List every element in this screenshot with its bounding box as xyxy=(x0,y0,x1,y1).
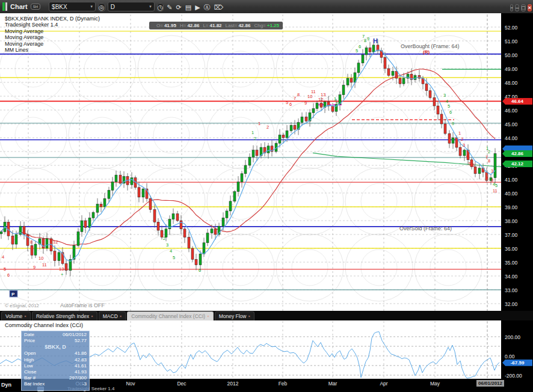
svg-text:6: 6 xyxy=(289,102,292,107)
svg-text:5: 5 xyxy=(356,48,358,54)
price-tick-label: 44.00 xyxy=(505,135,517,141)
quote-label: Last= xyxy=(226,23,238,28)
svg-text:13: 13 xyxy=(59,266,64,272)
cci-tick-label: -200.00 xyxy=(505,373,522,379)
quote-window-button[interactable]: ▤ xyxy=(185,3,192,11)
svg-text:2: 2 xyxy=(461,136,463,142)
price-tick-label: 46.00 xyxy=(505,108,517,114)
tab-money-flow[interactable]: Money Flow× xyxy=(215,311,254,320)
legend-study[interactable]: Tradesight Seeker 1.4 xyxy=(5,22,100,28)
play-button[interactable]: ▶ xyxy=(194,3,200,11)
link-group-badge[interactable]: SH xyxy=(31,4,40,10)
data-window-overlay[interactable]: Date06/01/2012Price52.77$BKX, DOpen41.86… xyxy=(21,331,90,391)
symbol-go-button[interactable]: ◎ xyxy=(98,3,105,11)
dynamic-mode-label: Dyn xyxy=(1,382,11,388)
data-window-row: High42.83 xyxy=(24,357,87,363)
legend-ma3[interactable]: Moving Average xyxy=(5,41,100,47)
price-tick-label: 49.00 xyxy=(505,66,517,72)
draw-pencil-button[interactable]: ✎ xyxy=(166,3,173,11)
chevron-down-icon[interactable]: ▾ xyxy=(149,4,152,9)
tab-volume[interactable]: Volume× xyxy=(1,311,31,320)
svg-text:OverBought (Frame: 64): OverBought (Frame: 64) xyxy=(401,43,460,49)
refresh-button[interactable]: ⟳ xyxy=(176,3,182,11)
svg-text:5: 5 xyxy=(495,183,498,188)
pivot-marker: P xyxy=(11,292,15,297)
svg-text:2: 2 xyxy=(266,124,269,130)
interval-value: D xyxy=(111,4,115,10)
close-tab-icon[interactable]: × xyxy=(24,314,26,318)
svg-text:(R): (R) xyxy=(423,49,430,55)
interval-select[interactable]: D ▾ xyxy=(108,2,155,11)
svg-text:4: 4 xyxy=(170,248,172,254)
close-tab-icon[interactable]: × xyxy=(120,314,122,318)
cursor-date-badge: 06/01/2012 xyxy=(476,380,504,387)
restore-button[interactable]: ▫ xyxy=(510,4,513,11)
legend-ma2[interactable]: Moving Average xyxy=(5,34,100,40)
close-button[interactable]: × xyxy=(528,4,532,11)
svg-text:3: 3 xyxy=(166,242,168,248)
price-badge: 46.64 xyxy=(502,98,532,105)
svg-text:10: 10 xyxy=(39,256,43,261)
data-window-row: Bar Index-3 xyxy=(24,381,87,387)
window-title: Chart xyxy=(10,3,28,10)
svg-text:1: 1 xyxy=(251,130,254,135)
svg-text:7: 7 xyxy=(294,96,296,101)
symbol-input[interactable]: $BKX ▾ xyxy=(49,2,96,11)
close-tab-icon[interactable]: × xyxy=(207,314,209,318)
data-window-row: Low41.61 xyxy=(24,363,87,369)
svg-text:© eSignal, 2012: © eSignal, 2012 xyxy=(5,303,40,308)
svg-text:8: 8 xyxy=(297,92,300,97)
month-label: Mar xyxy=(328,381,337,387)
svg-text:6: 6 xyxy=(359,44,361,49)
svg-text:10: 10 xyxy=(307,94,312,99)
price-axis[interactable]: 52.0051.0050.0049.0048.0047.0046.0045.00… xyxy=(501,13,533,379)
data-window-watermark: $BKX, D xyxy=(24,344,87,351)
close-tab-icon[interactable]: × xyxy=(91,314,93,318)
svg-text:9: 9 xyxy=(367,36,369,41)
price-tick-label: 36.00 xyxy=(505,246,517,252)
tab-macd[interactable]: MACD× xyxy=(99,311,126,320)
price-tick-label: 50.00 xyxy=(505,52,517,58)
svg-text:4: 4 xyxy=(2,254,4,260)
quote-strip: O=41.95H=42.86L=41.82Last=42.86Chg=+1.25 xyxy=(149,22,283,29)
quote-value: 41.82 xyxy=(210,23,222,28)
main-price-chart[interactable]: 4568910111213+23456121256789101112131256… xyxy=(0,13,501,311)
data-window-row: Price52.77 xyxy=(24,338,87,344)
svg-text:2: 2 xyxy=(163,236,165,241)
close-tab-icon[interactable]: × xyxy=(248,314,250,318)
svg-text:2: 2 xyxy=(336,101,338,106)
time-interval-button[interactable]: ◷ xyxy=(157,3,164,11)
tab-commodity-channel-index-cci-[interactable]: Commodity Channel Index (CCI)× xyxy=(127,311,213,320)
minimize-button[interactable]: – xyxy=(515,4,519,11)
svg-text:2: 2 xyxy=(488,149,490,155)
svg-text:OverSold (Frame: 64): OverSold (Frame: 64) xyxy=(399,225,452,231)
quote-value: 42.86 xyxy=(238,23,250,28)
svg-text:12: 12 xyxy=(53,239,58,245)
price-tick-label: 34.00 xyxy=(505,274,517,280)
price-badge: 42.86 xyxy=(502,150,532,157)
quote-label: H= xyxy=(180,23,186,28)
price-tick-label: 35.00 xyxy=(505,260,517,266)
chevron-down-icon[interactable]: ▾ xyxy=(91,4,93,9)
price-tick-label: 32.00 xyxy=(505,301,517,307)
quote-label: Chg= xyxy=(254,23,265,28)
price-tick-label: 52.00 xyxy=(505,25,517,31)
legend-mmlines[interactable]: MM Lines xyxy=(5,47,100,53)
svg-text:5: 5 xyxy=(4,266,6,272)
svg-text:13: 13 xyxy=(321,92,325,97)
maximize-button[interactable]: □ xyxy=(521,4,525,11)
svg-text:1: 1 xyxy=(458,130,461,136)
legend-ma1[interactable]: Moving Average xyxy=(5,28,100,34)
tab-relative-strength-index[interactable]: Relative Strength Index× xyxy=(32,311,97,320)
data-window-row: Date06/01/2012 xyxy=(24,332,87,338)
svg-text:11: 11 xyxy=(42,262,47,268)
price-tick-label: 40.00 xyxy=(505,191,517,197)
cci-tick-label: 0.00 xyxy=(505,354,515,360)
month-label: Nov xyxy=(126,381,135,387)
svg-text:11: 11 xyxy=(311,89,316,94)
svg-text:11: 11 xyxy=(493,188,498,194)
svg-text:+: + xyxy=(61,272,64,277)
price-tick-label: 41.00 xyxy=(505,177,517,183)
eraser-button[interactable]: ⌦ xyxy=(214,3,224,11)
auto-button[interactable]: Ⓐ xyxy=(203,3,211,11)
